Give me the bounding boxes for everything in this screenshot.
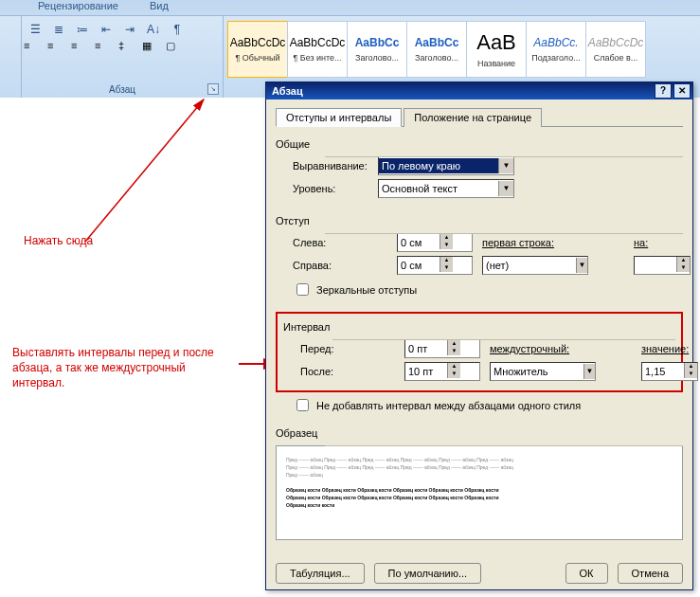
dialog-title: Абзац [272, 85, 303, 97]
ribbon-tabs: Рецензирование Вид [0, 0, 700, 15]
line-spacing-label: междустрочный: [490, 343, 632, 354]
svg-line-0 [85, 100, 204, 242]
arrow-1 [81, 95, 260, 256]
annotation-click-here: Нажать сюда [24, 234, 93, 247]
align-center-icon[interactable]: ≡ [47, 40, 70, 61]
general-label: Общие [276, 138, 310, 150]
help-button[interactable]: ? [655, 83, 672, 99]
left-spinner[interactable]: ▲▼ [397, 233, 473, 252]
dialog-tabs: Отступы и интервалы Положение на страниц… [276, 107, 683, 127]
first-line-combo[interactable]: ▼ [482, 256, 588, 275]
line-spacing-combo[interactable]: ▼ [490, 362, 596, 381]
cancel-button[interactable]: Отмена [618, 563, 683, 584]
chevron-down-icon[interactable]: ▼ [498, 181, 513, 196]
align-right-icon[interactable]: ≡ [71, 40, 94, 61]
preview-box: Пред ─── абзац Пред ─── абзац Пред ─── а… [276, 445, 683, 540]
alignment-label: Выравнивание: [293, 160, 378, 172]
style-card-3[interactable]: AaBbCcЗаголово... [406, 21, 467, 78]
spacing-by-label: значение: [641, 343, 698, 354]
before-spinner[interactable]: ▲▼ [404, 339, 480, 358]
bullets-icon[interactable]: ☰ [24, 19, 46, 40]
paragraph-dialog: Абзац ? ✕ Отступы и интервалы Положение … [265, 81, 693, 590]
mirror-checkbox[interactable] [296, 283, 309, 296]
before-label: Перед: [300, 343, 395, 354]
line-spacing-icon[interactable]: ‡ [118, 40, 141, 61]
multilevel-icon[interactable]: ≔ [71, 19, 94, 40]
right-spinner[interactable]: ▲▼ [397, 256, 473, 275]
style-card-0[interactable]: AaBbCcDc¶ Обычный [227, 21, 288, 78]
close-button[interactable]: ✕ [673, 83, 691, 99]
section-interval: Интервал Перед: ▲▼ междустрочный: значен… [283, 321, 675, 381]
style-card-6[interactable]: AaBbCcDcСлабое в... [585, 21, 646, 78]
level-combo[interactable]: ▼ [378, 179, 514, 198]
level-label: Уровень: [293, 183, 378, 194]
justify-icon[interactable]: ≡ [95, 40, 117, 61]
interval-label: Интервал [283, 321, 330, 333]
section-indent: Отступ Слева: ▲▼ первая строка: на: Спра… [276, 211, 683, 298]
interval-highlight: Интервал Перед: ▲▼ междустрочный: значен… [276, 312, 683, 392]
no-space-label: Не добавлять интервал между абзацами одн… [316, 400, 581, 411]
show-marks-icon[interactable]: ¶ [166, 19, 188, 40]
style-card-2[interactable]: AaBbCcЗаголово... [347, 21, 407, 78]
align-left-icon[interactable]: ≡ [24, 40, 46, 61]
paragraph-group-label: Абзац [109, 84, 135, 95]
section-general: Общие Выравнивание: ▼ Уровень: ▼ [276, 135, 683, 202]
decrease-indent-icon[interactable]: ⇤ [95, 19, 117, 40]
increase-indent-icon[interactable]: ⇥ [118, 19, 141, 40]
ribbon-tab-review[interactable]: Рецензирование [38, 0, 118, 11]
section-preview: Образец Пред ─── абзац Пред ─── абзац Пр… [276, 424, 683, 540]
right-label: Справа: [293, 260, 387, 271]
mirror-label: Зеркальные отступы [316, 284, 417, 296]
by-spinner[interactable]: ▲▼ [634, 256, 691, 275]
dialog-buttons: Табуляция... По умолчанию... ОК Отмена [266, 557, 692, 589]
style-card-5[interactable]: AaBbCc.Подзаголо... [526, 21, 586, 78]
no-space-checkbox[interactable] [296, 399, 309, 411]
spacing-by-spinner[interactable]: ▲▼ [641, 362, 698, 381]
by-label: на: [634, 237, 691, 248]
tabs-button[interactable]: Табуляция... [276, 563, 365, 584]
tab-indents[interactable]: Отступы и интервалы [276, 108, 402, 127]
shading-icon[interactable]: ▦ [142, 40, 165, 61]
dialog-titlebar: Абзац ? ✕ [266, 82, 692, 100]
annotation-interval: Выставлять интервалы перед и после абзац… [12, 345, 240, 390]
after-spinner[interactable]: ▲▼ [404, 362, 480, 381]
preview-label: Образец [276, 427, 317, 439]
sort-icon[interactable]: A↓ [142, 19, 165, 40]
left-label: Слева: [293, 237, 387, 248]
ok-button[interactable]: ОК [565, 563, 608, 584]
style-card-4[interactable]: AaBНазвание [466, 21, 527, 78]
default-button[interactable]: По умолчанию... [374, 563, 482, 584]
borders-icon[interactable]: ▢ [166, 40, 188, 61]
chevron-down-icon[interactable]: ▼ [498, 158, 513, 173]
alignment-combo[interactable]: ▼ [378, 156, 514, 175]
paragraph-group: ☰ ≣ ≔ ⇤ ⇥ A↓ ¶ ≡ ≡ ≡ ≡ ‡ ▦ ▢ [22, 16, 224, 98]
indent-label: Отступ [276, 215, 310, 226]
style-card-1[interactable]: AaBbCcDc¶ Без инте... [287, 21, 348, 78]
tab-position[interactable]: Положение на странице [404, 108, 542, 127]
after-label: После: [300, 366, 395, 377]
numbering-icon[interactable]: ≣ [47, 19, 70, 40]
first-line-label: первая строка: [482, 237, 624, 248]
paragraph-launcher-icon[interactable]: ↘ [207, 83, 219, 95]
ribbon-tab-view[interactable]: Вид [150, 0, 169, 11]
